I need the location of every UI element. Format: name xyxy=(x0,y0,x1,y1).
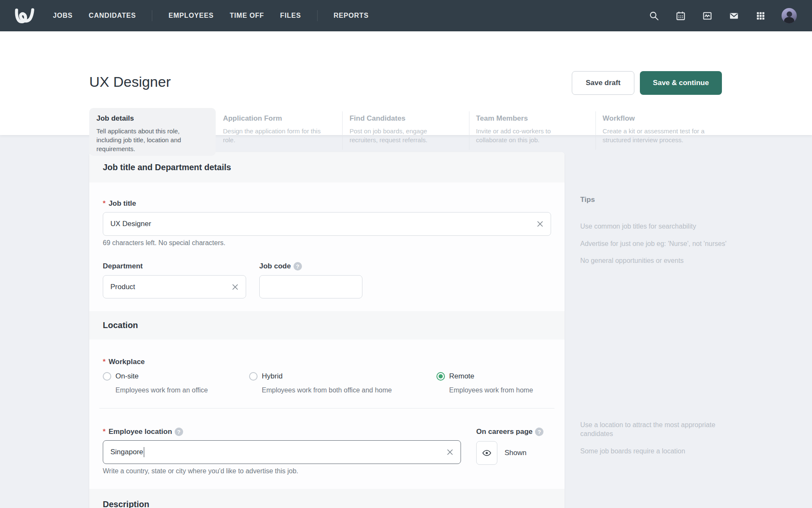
careers-page-help-icon[interactable]: ? xyxy=(535,428,543,436)
top-nav: JOBS CANDIDATES EMPLOYEES TIME OFF FILES… xyxy=(0,0,812,31)
section-title: Description xyxy=(103,500,149,508)
section-title: Job title and Department details xyxy=(103,163,231,172)
step-title: Application Form xyxy=(223,114,335,123)
radio-option-remote: Remote Employees work from home xyxy=(436,372,551,394)
step-description: Invite or add co-workers to collaborate … xyxy=(476,127,581,144)
save-draft-button[interactable]: Save draft xyxy=(572,71,634,95)
search-icon[interactable] xyxy=(648,10,659,21)
department-input[interactable]: Product xyxy=(103,275,246,298)
visibility-toggle-button[interactable] xyxy=(476,441,497,465)
job-title-helper: 69 characters left. No special character… xyxy=(103,239,551,247)
job-code-input[interactable] xyxy=(259,275,362,298)
step-description: Tell applicants about this role, includi… xyxy=(96,127,201,153)
nav-item-employees[interactable]: EMPLOYEES xyxy=(168,12,214,19)
radio-option-hybrid: Hybrid Employees work from both office a… xyxy=(249,372,436,394)
page-header: UX Designer Save draft Save & continue J… xyxy=(0,31,812,135)
clear-department-icon[interactable] xyxy=(232,284,239,290)
nav-item-candidates[interactable]: CANDIDATES xyxy=(89,12,136,19)
workplace-radio-group: On-site Employees work from an office Hy… xyxy=(103,372,551,394)
nav-item-jobs[interactable]: JOBS xyxy=(53,12,73,19)
tips-sidebar: Tips Use common job titles for searchabi… xyxy=(580,196,728,456)
mail-icon[interactable] xyxy=(728,10,739,21)
tip-item: No general opportunities or events xyxy=(580,256,728,265)
nav-item-timeoff[interactable]: TIME OFF xyxy=(230,12,264,19)
step-workflow[interactable]: Workflow Create a kit or assessment test… xyxy=(595,108,722,156)
divider xyxy=(99,408,554,409)
tips-heading: Tips xyxy=(580,196,728,204)
radio-circle-icon[interactable] xyxy=(103,372,111,381)
radio-onsite-desc: Employees work from an office xyxy=(115,387,249,394)
step-description: Create a kit or assessment test for a st… xyxy=(603,127,708,144)
job-code-label: Job code ? xyxy=(259,262,362,271)
radio-circle-icon[interactable] xyxy=(436,372,445,381)
nav-divider xyxy=(152,10,152,21)
apps-grid-icon[interactable] xyxy=(755,10,766,21)
employee-location-row: * Employee location ? Singapore Write a … xyxy=(103,428,551,475)
tip-item: Advertise for just one job eg: 'Nurse', … xyxy=(580,239,728,248)
save-continue-button[interactable]: Save & continue xyxy=(640,71,722,95)
job-editor-steps: Job details Tell applicants about this r… xyxy=(89,108,722,156)
job-details-form-card: Job title and Department details * Job t… xyxy=(89,152,565,508)
job-code-help-icon[interactable]: ? xyxy=(294,262,302,271)
step-description: Design the application form for this rol… xyxy=(223,127,328,144)
job-title-input[interactable]: UX Designer xyxy=(103,212,551,236)
section-header-description: Description xyxy=(89,489,565,508)
step-application-form[interactable]: Application Form Design the application … xyxy=(216,108,342,156)
radio-onsite[interactable]: On-site xyxy=(103,372,249,381)
nav-item-files[interactable]: FILES xyxy=(280,12,301,19)
step-find-candidates[interactable]: Find Candidates Post on job boards, enga… xyxy=(342,108,469,156)
section-body-job-title: * Job title UX Designer 69 characters le… xyxy=(89,182,565,311)
nav-icon-group xyxy=(648,8,797,23)
visibility-status: Shown xyxy=(505,449,527,457)
step-title: Job details xyxy=(96,114,208,123)
eye-icon xyxy=(482,448,491,458)
radio-option-onsite: On-site Employees work from an office xyxy=(103,372,249,394)
reports-chart-icon[interactable] xyxy=(702,10,713,21)
workplace-label: * Workplace xyxy=(103,358,551,366)
nav-menu: JOBS CANDIDATES EMPLOYEES TIME OFF FILES… xyxy=(53,10,369,21)
radio-hybrid[interactable]: Hybrid xyxy=(249,372,436,381)
section-header-job-title: Job title and Department details xyxy=(89,152,565,182)
employee-location-input[interactable]: Singapore xyxy=(103,440,461,464)
department-jobcode-row: Department Product Job code ? xyxy=(103,262,551,298)
step-title: Workflow xyxy=(603,114,715,123)
text-caret xyxy=(144,447,145,457)
radio-remote[interactable]: Remote xyxy=(436,372,551,381)
radio-remote-desc: Employees work from home xyxy=(449,387,551,394)
required-asterisk: * xyxy=(103,358,106,366)
clear-employee-location-icon[interactable] xyxy=(447,449,453,456)
tip-item: Use common job titles for searchability xyxy=(580,222,728,231)
clear-job-title-icon[interactable] xyxy=(537,221,543,227)
radio-circle-icon[interactable] xyxy=(249,372,258,381)
step-description: Post on job boards, engage recruiters, r… xyxy=(349,127,454,144)
user-avatar[interactable] xyxy=(782,8,797,23)
department-input-wrap: Product xyxy=(103,275,246,298)
careers-page-label: On careers page ? xyxy=(476,428,551,436)
nav-item-reports[interactable]: REPORTS xyxy=(334,12,369,19)
step-job-details[interactable]: Job details Tell applicants about this r… xyxy=(89,108,216,156)
radio-hybrid-desc: Employees work from both office and home xyxy=(262,387,436,394)
workable-logo-icon[interactable] xyxy=(14,7,35,25)
step-title: Team Members xyxy=(476,114,588,123)
section-header-location: Location xyxy=(89,311,565,340)
employee-location-label: * Employee location ? xyxy=(103,428,461,436)
job-title-label: * Job title xyxy=(103,199,551,208)
step-team-members[interactable]: Team Members Invite or add co-workers to… xyxy=(469,108,595,156)
required-asterisk: * xyxy=(103,199,106,208)
required-asterisk: * xyxy=(103,428,106,436)
section-body-location: * Workplace On-site Employees work from … xyxy=(89,340,565,489)
careers-page-visibility: Shown xyxy=(476,441,551,465)
tip-item: Some job boards require a location xyxy=(580,447,728,456)
employee-location-helper: Write a country, state or city where you… xyxy=(103,467,461,475)
calendar-icon[interactable] xyxy=(675,10,686,21)
employee-location-help-icon[interactable]: ? xyxy=(175,428,183,436)
job-title-input-wrap: UX Designer xyxy=(103,212,551,236)
department-label: Department xyxy=(103,262,246,271)
tip-item: Use a location to attract the most appro… xyxy=(580,420,728,438)
nav-divider xyxy=(317,10,318,21)
job-code-input-wrap xyxy=(259,275,362,298)
section-title: Location xyxy=(103,320,138,330)
page-title: UX Designer xyxy=(89,74,171,90)
main-content: Job title and Department details * Job t… xyxy=(0,135,812,508)
step-title: Find Candidates xyxy=(349,114,461,123)
